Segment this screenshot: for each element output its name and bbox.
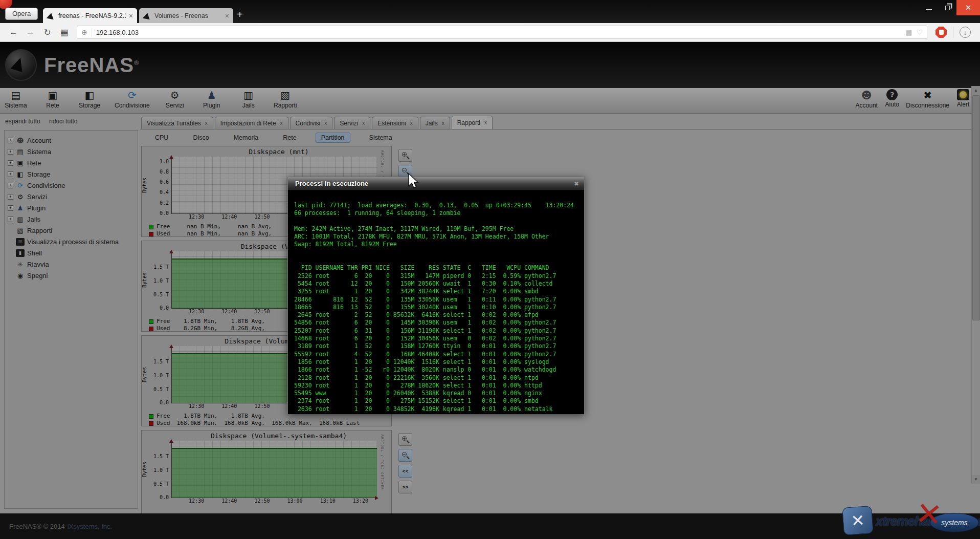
dialog-titlebar[interactable]: Processi in esecuzione ✖ (288, 177, 584, 190)
watermark-red-x-icon: ✕ (914, 494, 944, 534)
freenas-favicon-icon (47, 12, 55, 19)
tab-close-icon[interactable]: × (225, 12, 229, 20)
url-bar[interactable]: ⊕ 192.168.0.103 ▦ ♡ (77, 26, 927, 39)
screen: Opera freenas - FreeNAS-9.2.1.5- × Volum… (0, 0, 980, 539)
dialog-close-icon[interactable]: ✖ (574, 180, 579, 187)
site-globe-icon: ⊕ (81, 28, 92, 36)
close-icon[interactable]: ✕ (956, 0, 980, 15)
xtremehardware-watermark: ✕ xtremehardware.com systems ✕ (839, 503, 980, 539)
watermark-x-icon: ✕ (842, 506, 874, 535)
urlbar-heart-icon[interactable]: ♡ (916, 28, 923, 36)
freenas-page: FreeNAS® SistemaReteStorageCondivisioneS… (0, 42, 980, 539)
reload-icon[interactable]: ↻ (39, 27, 56, 38)
mouse-cursor-icon (408, 173, 419, 189)
browser-tab-bar: Opera freenas - FreeNAS-9.2.1.5- × Volum… (0, 0, 980, 23)
adblock-icon[interactable] (936, 27, 947, 38)
browser-address-bar: ← → ↻ ▦ ⊕ 192.168.0.103 ▦ ♡ ↓ (0, 23, 980, 42)
tab-title: Volumes - Freenas (154, 12, 222, 19)
browser-tab-volumes[interactable]: Volumes - Freenas × (139, 8, 233, 23)
new-tab-button[interactable]: + (237, 9, 243, 19)
minimize-icon[interactable] (920, 0, 938, 15)
browser-tab-freenas[interactable]: freenas - FreeNAS-9.2.1.5- × (43, 8, 137, 23)
restore-icon[interactable] (938, 0, 956, 15)
toolbar-divider (953, 27, 953, 38)
download-icon[interactable]: ↓ (960, 27, 971, 38)
forward-icon[interactable]: → (22, 27, 39, 37)
opera-menu-button[interactable]: Opera (5, 8, 38, 20)
freenas-favicon-icon (143, 12, 151, 19)
tab-title: freenas - FreeNAS-9.2.1.5- (58, 12, 126, 19)
console-text: last pid: 77141; load averages: 0.30, 0.… (288, 190, 584, 414)
url-text[interactable]: 192.168.0.103 (96, 29, 901, 36)
urlbar-grid-icon[interactable]: ▦ (905, 28, 912, 36)
tab-close-icon[interactable]: × (129, 12, 133, 20)
window-controls: ✕ (920, 0, 980, 15)
processes-dialog: Processi in esecuzione ✖ last pid: 77141… (287, 177, 585, 414)
speed-dial-icon[interactable]: ▦ (56, 27, 73, 38)
back-icon[interactable]: ← (5, 27, 22, 37)
dialog-title: Processi in esecuzione (295, 180, 574, 187)
